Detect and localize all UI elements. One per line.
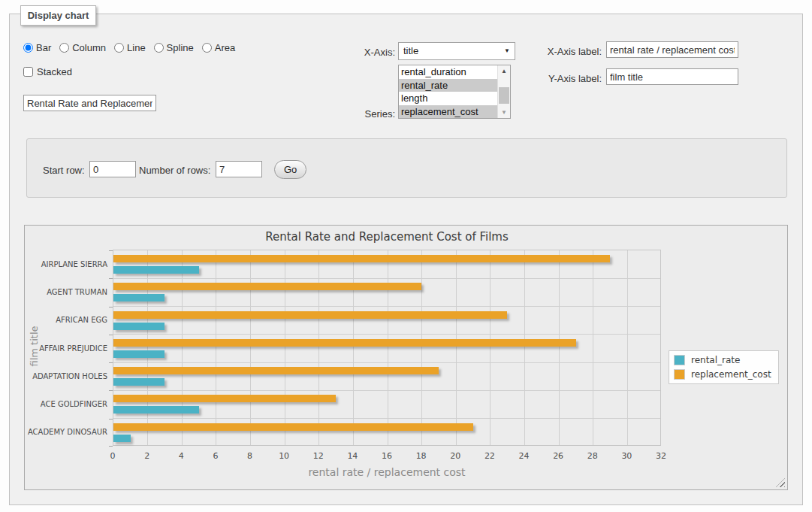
x-tick-label: 16 <box>376 451 398 461</box>
series-scrollbar[interactable]: ▲ ▼ <box>497 65 510 118</box>
chart-type-option-column[interactable]: Column <box>59 42 106 53</box>
x-axis-label-input[interactable] <box>606 41 738 58</box>
y-tick-mark <box>109 278 113 279</box>
series-option-rental_duration[interactable]: rental_duration <box>399 65 497 79</box>
x-axis-select[interactable]: title ▼ <box>398 42 515 60</box>
x-tick-label: 4 <box>170 451 192 461</box>
num-rows-input[interactable] <box>216 161 262 177</box>
radio-label-spline: Spline <box>167 42 194 53</box>
legend-label: rental_rate <box>691 355 740 365</box>
gridline-vertical <box>593 250 593 445</box>
chart-title-input[interactable] <box>23 95 156 111</box>
x-tick-label: 12 <box>307 451 330 461</box>
radio-label-line: Line <box>127 42 146 53</box>
chart-type-option-spline[interactable]: Spline <box>154 42 194 53</box>
chart-type-radio-group: BarColumnLineSplineArea <box>23 42 235 53</box>
y-axis-label-input[interactable] <box>606 68 738 85</box>
x-tick-label: 0 <box>101 451 124 461</box>
bar-replacement_cost <box>113 367 439 374</box>
gridline-vertical <box>216 250 216 445</box>
y-category-label: ACADEMY DINOSAUR <box>26 428 107 436</box>
gridline-vertical <box>318 250 319 445</box>
resize-grip-icon[interactable] <box>776 478 785 487</box>
radio-column[interactable] <box>59 43 69 53</box>
gridline-vertical <box>182 250 183 445</box>
gridline-horizontal <box>113 306 660 307</box>
y-tick-mark <box>109 307 113 308</box>
chart-panel: Rental Rate and Replacement Cost of Film… <box>24 225 788 490</box>
bar-rental_rate <box>113 406 199 414</box>
series-option-replacement_cost[interactable]: replacement_cost <box>399 105 497 119</box>
gridline-horizontal <box>113 278 660 279</box>
num-rows-label: Number of rows: <box>139 165 210 176</box>
bar-rental_rate <box>113 323 165 330</box>
x-tick-label: 8 <box>239 451 261 461</box>
x-tick-label: 26 <box>547 451 569 461</box>
bar-rental_rate <box>113 350 165 358</box>
go-button[interactable]: Go <box>274 160 306 179</box>
chart-type-option-bar[interactable]: Bar <box>23 42 51 53</box>
gridline-horizontal <box>113 362 660 363</box>
y-axis-title: film title <box>29 309 40 384</box>
radio-spline[interactable] <box>154 43 164 53</box>
x-tick-label: 2 <box>136 451 158 461</box>
bar-rental_rate <box>113 435 131 442</box>
series-option-length[interactable]: length <box>399 92 497 105</box>
bar-replacement_cost <box>113 395 336 402</box>
y-tick-mark <box>109 335 113 335</box>
x-tick-label: 22 <box>478 451 501 461</box>
stacked-checkbox[interactable] <box>23 67 33 77</box>
chart-title: Rental Rate and Replacement Cost of Film… <box>113 230 661 244</box>
y-category-label: ACE GOLDFINGER <box>26 400 107 408</box>
stacked-label: Stacked <box>37 66 72 77</box>
start-row-input[interactable] <box>89 161 136 177</box>
fieldset-legend: Display chart <box>20 5 96 26</box>
scrollbar-up-icon[interactable]: ▲ <box>498 65 510 77</box>
series-option-rental_rate[interactable]: rental_rate <box>399 79 497 92</box>
y-tick-mark <box>109 390 113 391</box>
y-tick-mark <box>109 250 113 251</box>
bar-replacement_cost <box>113 339 576 347</box>
bar-replacement_cost <box>113 283 421 290</box>
x-tick-label: 28 <box>581 451 604 461</box>
gridline-horizontal <box>113 390 660 391</box>
legend-swatch <box>674 355 685 365</box>
x-tick-label: 24 <box>513 451 536 461</box>
gridline-vertical <box>353 250 354 445</box>
scrollbar-thumb[interactable] <box>499 87 509 104</box>
x-axis-select-value: title <box>403 45 418 56</box>
radio-area[interactable] <box>202 43 212 53</box>
radio-label-area: Area <box>215 42 235 53</box>
series-multiselect[interactable]: rental_durationrental_ratelengthreplacem… <box>398 65 511 119</box>
bar-rental_rate <box>113 378 165 386</box>
bar-replacement_cost <box>113 255 610 262</box>
y-category-label: AGENT TRUMAN <box>26 288 107 296</box>
gridline-vertical <box>456 250 457 445</box>
gridline-vertical <box>250 250 251 445</box>
gridline-horizontal <box>113 418 660 419</box>
plot-grid: AIRPLANE SIERRAAGENT TRUMANAFRICAN EGGAF… <box>113 250 661 446</box>
stacked-checkbox-row[interactable]: Stacked <box>23 66 72 77</box>
radio-line[interactable] <box>114 43 124 53</box>
x-tick-label: 6 <box>204 451 227 461</box>
bar-rental_rate <box>113 266 199 274</box>
series-select-label: Series: <box>324 108 395 120</box>
series-options: rental_durationrental_ratelengthreplacem… <box>399 65 497 118</box>
y-category-label: AIRPLANE SIERRA <box>26 260 107 268</box>
start-row-label: Start row: <box>43 165 85 176</box>
radio-bar[interactable] <box>23 43 33 53</box>
row-range-panel: Start row: Number of rows: Go <box>26 138 787 198</box>
x-axis-select-label: X-Axis: <box>324 47 395 58</box>
scrollbar-down-icon[interactable]: ▼ <box>498 107 510 118</box>
legend-label: replacement_cost <box>691 369 771 380</box>
display-chart-fieldset: Display chart BarColumnLineSplineArea St… <box>9 14 803 505</box>
y-tick-mark <box>109 419 113 420</box>
x-tick-label: 10 <box>273 451 295 461</box>
bar-replacement_cost <box>113 423 473 431</box>
chart-type-option-area[interactable]: Area <box>202 42 235 53</box>
chevron-down-icon: ▼ <box>504 48 510 54</box>
legend-swatch <box>674 369 685 380</box>
x-tick-label: 18 <box>410 451 433 461</box>
chart-type-option-line[interactable]: Line <box>114 42 146 53</box>
x-axis-label-label: X-Axis label: <box>527 46 602 57</box>
